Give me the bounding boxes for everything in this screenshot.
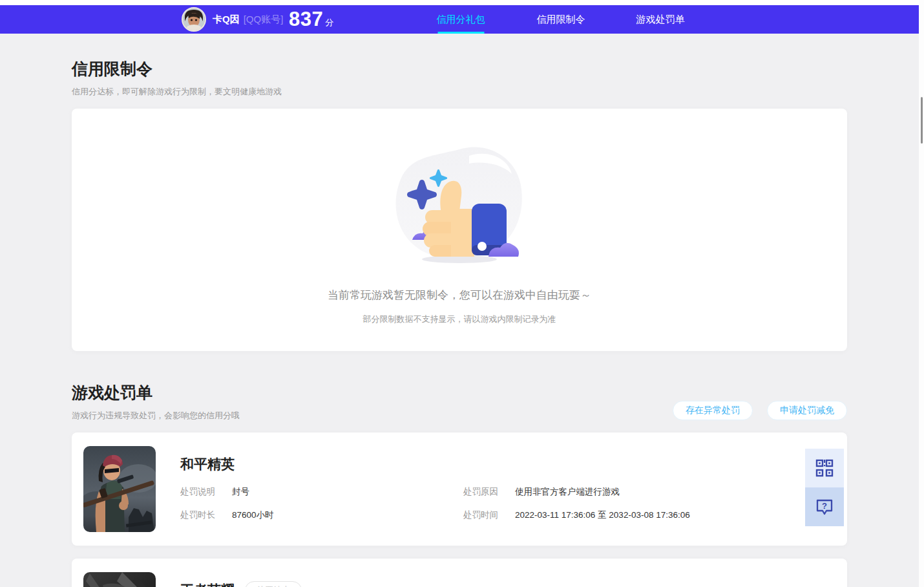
card-icon-buttons: ?: [805, 449, 844, 526]
top-white-strip: [0, 0, 919, 5]
question-bubble-icon: ?: [815, 497, 834, 517]
field-label: 处罚时间: [463, 509, 505, 521]
game-title-row: 王者荣耀 处罚结束: [180, 581, 302, 587]
empty-state-message: 当前常玩游戏暂无限制令，您可以在游戏中自由玩耍～: [72, 288, 847, 303]
field-reason: 处罚原因 使用非官方客户端进行游戏: [463, 486, 801, 498]
abnormal-punishment-button[interactable]: 存在异常处罚: [673, 401, 753, 420]
punishment-fields: 处罚说明 封号 处罚原因 使用非官方客户端进行游戏 处罚时长 87600小时 处…: [180, 486, 801, 521]
tab-label: 游戏处罚单: [636, 14, 685, 25]
tab-label: 信用分礼包: [437, 14, 485, 25]
scrollbar-thumb[interactable]: [921, 97, 923, 144]
tab-label: 信用限制令: [537, 14, 585, 25]
score-unit: 分: [325, 17, 333, 28]
game-cover-peace-elite: [83, 446, 156, 532]
thumbs-up-illustration: [392, 144, 527, 268]
avatar[interactable]: [182, 7, 206, 32]
tab-credit-gift[interactable]: 信用分礼包: [437, 5, 485, 34]
field-desc: 处罚说明 封号: [180, 486, 463, 498]
field-value: 使用非官方客户端进行游戏: [515, 486, 620, 498]
vertical-scrollbar[interactable]: [919, 0, 924, 587]
avatar-image: [183, 8, 205, 30]
game-title: 和平精英: [180, 455, 235, 473]
svg-text:?: ?: [822, 501, 827, 511]
user-name: 卡Q因: [213, 14, 240, 26]
field-label: 处罚说明: [180, 486, 222, 498]
game-cover-honor-of-kings: [83, 572, 156, 587]
restriction-empty-card: 当前常玩游戏暂无限制令，您可以在游戏中自由玩耍～ 部分限制数据不支持显示，请以游…: [72, 109, 847, 351]
restriction-subtitle: 信用分达标，即可解除游戏行为限制，要文明健康地游戏: [72, 86, 847, 98]
empty-state-note: 部分限制数据不支持显示，请以游戏内限制记录为准: [72, 314, 847, 325]
punishment-card-peace-elite: 和平精英 处罚说明 封号 处罚原因 使用非官方客户端进行游戏 处罚时长 8760…: [72, 432, 847, 546]
punishment-title: 游戏处罚单: [72, 382, 240, 403]
credit-score-page: 卡Q因 [QQ账号] 837 分 信用分礼包 信用限制令 游戏处罚单 信用限制令…: [0, 0, 924, 587]
header-bar: 卡Q因 [QQ账号] 837 分 信用分礼包 信用限制令 游戏处罚单: [0, 5, 919, 34]
credit-score: 837 分: [289, 5, 333, 34]
qr-code-icon: [815, 459, 834, 477]
game-title: 王者荣耀: [180, 581, 235, 587]
field-label: 处罚时长: [180, 509, 222, 521]
tab-game-punishment[interactable]: 游戏处罚单: [636, 5, 685, 34]
field-value: 封号: [232, 486, 249, 498]
punishment-card-honor-of-kings: 王者荣耀 处罚结束: [72, 559, 847, 587]
restriction-section: 信用限制令 信用分达标，即可解除游戏行为限制，要文明健康地游戏: [72, 34, 847, 351]
restriction-title: 信用限制令: [72, 58, 847, 80]
qr-code-button[interactable]: [805, 449, 844, 487]
punishment-actions: 存在异常处罚 申请处罚减免: [673, 401, 847, 422]
feedback-button[interactable]: ?: [805, 487, 844, 526]
field-label: 处罚原因: [463, 486, 505, 498]
apply-reduction-button[interactable]: 申请处罚减免: [767, 401, 847, 420]
tab-credit-restriction[interactable]: 信用限制令: [537, 5, 585, 34]
field-duration: 处罚时长 87600小时: [180, 509, 463, 521]
field-time: 处罚时间 2022-03-11 17:36:06 至 2032-03-08 17…: [463, 509, 801, 521]
field-value: 2022-03-11 17:36:06 至 2032-03-08 17:36:0…: [515, 509, 690, 521]
user-info: 卡Q因 [QQ账号]: [213, 5, 283, 34]
punishment-subtitle: 游戏行为违规导致处罚，会影响您的信用分哦: [72, 410, 240, 422]
punishment-section-header: 游戏处罚单 游戏行为违规导致处罚，会影响您的信用分哦 存在异常处罚 申请处罚减免: [72, 382, 847, 422]
account-type: [QQ账号]: [244, 14, 284, 26]
punishment-ended-badge: 处罚结束: [245, 581, 302, 587]
page-body: 信用限制令 信用分达标，即可解除游戏行为限制，要文明健康地游戏: [0, 34, 919, 587]
field-value: 87600小时: [232, 509, 274, 521]
score-value: 837: [289, 8, 323, 31]
